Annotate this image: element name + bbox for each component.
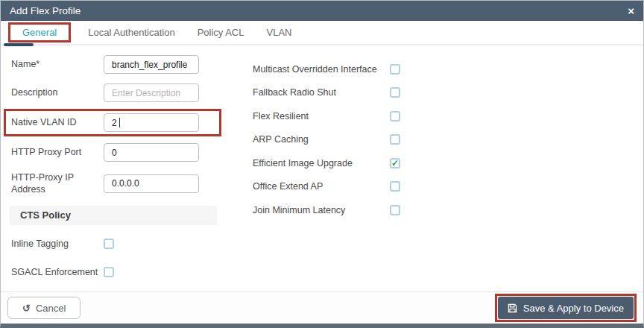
arp-caching-label: ARP Caching	[253, 134, 315, 145]
join-minimum-latency-row: Join Minimum Latency	[253, 198, 400, 222]
description-input[interactable]	[104, 83, 199, 102]
inline-tagging-row: Inline Tagging	[11, 235, 226, 253]
left-column: Name* Description Native VLAN ID HTTP Pr…	[11, 55, 226, 321]
text-caret	[119, 118, 120, 127]
native-vlan-row-annotation: Native VLAN ID	[4, 109, 221, 136]
office-extend-ap-row: Office Extend AP	[253, 175, 400, 199]
dialog-footer: ↺ Cancel Save & Apply to Device	[1, 291, 643, 324]
dialog-title: Add Flex Profile	[10, 5, 80, 16]
flex-resilient-row: Flex Resilient	[253, 104, 400, 128]
inline-tagging-label: Inline Tagging	[11, 238, 104, 250]
close-icon[interactable]: ×	[628, 5, 634, 16]
dialog-body: Name* Description Native VLAN ID HTTP Pr…	[1, 45, 643, 321]
sgacl-enforcement-checkbox[interactable]	[104, 267, 114, 277]
tab-bar: General Local Authentication Policy ACL …	[1, 21, 643, 45]
name-label: Name*	[11, 58, 104, 70]
http-proxy-port-input[interactable]	[104, 143, 199, 162]
description-label: Description	[11, 86, 104, 98]
arp-caching-row: ARP Caching	[253, 128, 400, 152]
tab-general[interactable]: General	[8, 22, 71, 42]
tab-local-authentication[interactable]: Local Authentication	[77, 22, 186, 42]
cancel-button-label: Cancel	[36, 303, 66, 314]
join-minimum-latency-checkbox[interactable]	[390, 205, 400, 215]
native-vlan-label: Native VLAN ID	[11, 116, 104, 128]
save-button-annotation: Save & Apply to Device	[495, 294, 637, 322]
office-extend-ap-checkbox[interactable]	[390, 181, 400, 192]
join-minimum-latency-label: Join Minimum Latency	[253, 205, 351, 215]
multicast-overridden-checkbox[interactable]	[390, 64, 400, 75]
http-proxy-ip-row: HTTP-Proxy IP Address	[11, 171, 226, 196]
multicast-overridden-row: Multicast Overridden Interface	[253, 57, 400, 81]
native-vlan-input[interactable]	[104, 113, 199, 132]
arp-caching-checkbox[interactable]	[390, 134, 400, 145]
active-tab-indicator	[4, 43, 34, 46]
office-extend-ap-label: Office Extend AP	[253, 181, 329, 192]
save-apply-button-label: Save & Apply to Device	[523, 303, 624, 314]
fallback-radio-shut-checkbox[interactable]	[390, 87, 400, 98]
efficient-image-upgrade-row: Efficient Image Upgrade ✓	[253, 151, 400, 175]
description-row: Description	[11, 83, 226, 102]
efficient-image-upgrade-label: Efficient Image Upgrade	[253, 158, 359, 168]
flex-resilient-checkbox[interactable]	[390, 111, 400, 122]
http-proxy-port-label: HTTP Proxy Port	[11, 146, 104, 158]
add-flex-profile-dialog: Add Flex Profile × General Local Authent…	[0, 0, 644, 328]
cts-policy-section-header: CTS Policy	[10, 206, 217, 225]
name-row: Name*	[11, 55, 226, 74]
efficient-image-upgrade-checkbox[interactable]: ✓	[390, 158, 400, 168]
native-vlan-input-wrap	[104, 113, 199, 132]
http-proxy-ip-label: HTTP-Proxy IP Address	[11, 171, 104, 196]
sgacl-enforcement-row: SGACL Enforcement	[11, 263, 226, 282]
cancel-button[interactable]: ↺ Cancel	[7, 297, 80, 319]
fallback-radio-shut-row: Fallback Radio Shut	[253, 81, 400, 105]
flex-resilient-label: Flex Resilient	[253, 111, 315, 122]
save-apply-button[interactable]: Save & Apply to Device	[498, 297, 634, 319]
http-proxy-port-row: HTTP Proxy Port	[11, 143, 226, 162]
fallback-radio-shut-label: Fallback Radio Shut	[253, 87, 342, 98]
name-input[interactable]	[104, 55, 199, 74]
sgacl-enforcement-label: SGACL Enforcement	[11, 266, 104, 278]
undo-icon: ↺	[22, 303, 31, 314]
tab-policy-acl[interactable]: Policy ACL	[186, 22, 256, 42]
tab-vlan[interactable]: VLAN	[256, 22, 303, 42]
http-proxy-ip-input[interactable]	[104, 174, 199, 193]
multicast-overridden-label: Multicast Overridden Interface	[253, 64, 383, 75]
dialog-titlebar: Add Flex Profile ×	[1, 1, 643, 21]
inline-tagging-checkbox[interactable]	[104, 239, 114, 249]
save-icon	[508, 303, 517, 313]
right-column: Multicast Overridden Interface Fallback …	[253, 55, 400, 321]
